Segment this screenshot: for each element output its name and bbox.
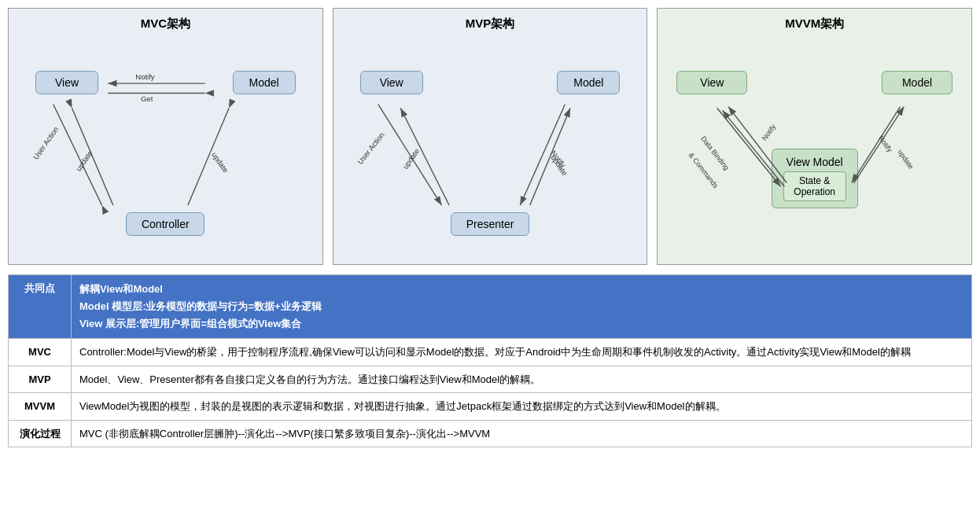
mvvm-diagram: MVVM架构 View Model View Model State &Oper… [657,8,972,265]
svg-line-16 [400,108,449,205]
mvc-controller-node: Controller [126,212,204,236]
svg-line-8 [72,108,113,205]
table-row-mvp: MVP Model、View、Presenter都有各自接口定义各自的行为方法。… [9,366,972,393]
svg-text:Notify: Notify [549,149,568,169]
mvc-model-node: Model [233,71,296,94]
label-commonality: 共同点 [9,275,72,339]
svg-text:Notify: Notify [135,72,155,81]
mvp-model-node: Model [557,71,620,94]
content-mvc: Controller:Model与View的桥梁，用于控制程序流程,确保View… [72,339,972,366]
mvc-title: MVC架构 [20,17,311,31]
label-mvvm: MVVM [9,393,72,421]
mvc-inner: View Model Controller [20,39,311,252]
mvp-presenter-node: Presenter [451,212,529,236]
content-evolution: MVC (非彻底解耦Controller层臃肿)--演化出-->MVP(接口繁多… [72,420,972,447]
diagrams-row: MVC架构 View Model Controller [8,8,972,265]
svg-line-20 [529,108,569,205]
svg-text:Data Binding: Data Binding [700,134,731,171]
svg-text:User Action: User Action [356,131,386,166]
svg-line-10 [188,108,229,205]
mvp-diagram: MVP架构 View Model Presenter [333,8,648,265]
state-operation-text: State &Operation [794,175,835,197]
label-mvp: MVP [9,366,72,393]
svg-line-6 [53,105,102,205]
svg-line-14 [378,105,441,205]
mvvm-model-node: Model [882,71,952,94]
mvp-inner: View Model Presenter [344,39,636,252]
svg-text:Notify: Notify [877,134,894,154]
svg-line-30 [852,107,901,183]
label-mvc: MVC [9,339,72,366]
svg-text:update: update [210,150,230,174]
comparison-table: 共同点 解耦View和ModelModel 模型层:业务模型的数据与行为=数据+… [8,274,972,447]
table-row-mvvm: MVVM ViewModel为视图的模型，封装的是视图的表示逻辑和数据，对视图进… [9,393,972,421]
mvc-diagram: MVC架构 View Model Controller [8,8,323,265]
mvp-view-node: View [360,71,423,94]
mvp-title: MVP架构 [344,17,636,31]
svg-text:update: update [549,153,569,177]
svg-line-18 [520,105,565,205]
svg-text:User Action: User Action [31,125,61,161]
table-row-commonality: 共同点 解耦View和ModelModel 模型层:业务模型的数据与行为=数据+… [9,275,972,339]
content-mvp: Model、View、Presenter都有各自接口定义各自的行为方法。通过接口… [72,366,972,393]
main-container: MVC架构 View Model Controller [0,0,980,455]
svg-text:update: update [74,149,94,172]
mvvm-view-node: View [676,71,747,94]
svg-line-32 [854,107,904,183]
mvvm-viewmodel-node: View Model State &Operation [772,149,858,208]
table-row-evolution: 演化过程 MVC (非彻底解耦Controller层臃肿)--演化出-->MVP… [9,420,972,447]
svg-text:update: update [897,148,916,170]
svg-text:update: update [400,147,421,171]
svg-text:Notify: Notify [761,123,778,142]
mvvm-title: MVVM架构 [669,17,960,31]
table-row-mvc: MVC Controller:Model与View的桥梁，用于控制程序流程,确保… [9,339,972,366]
content-commonality: 解耦View和ModelModel 模型层:业务模型的数据与行为=数据+业务逻辑… [72,275,972,339]
mvvm-inner: View Model View Model State &Operation [669,39,960,252]
mvc-view-node: View [35,71,98,94]
content-mvvm: ViewModel为视图的模型，封装的是视图的表示逻辑和数据，对视图进行抽象。通… [72,393,972,421]
svg-text:& Commands: & Commands [687,151,720,190]
svg-text:Get: Get [141,94,153,103]
label-evolution: 演化过程 [9,420,72,447]
